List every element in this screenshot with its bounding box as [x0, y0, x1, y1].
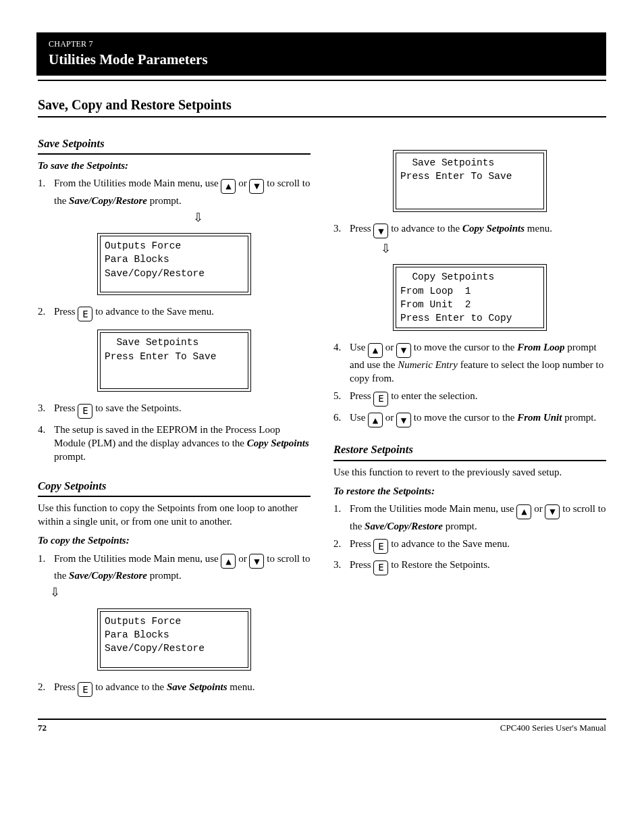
text: prompt.: [54, 451, 86, 462]
menu-item-name: Save Setpoints: [167, 681, 227, 692]
menu-item-name: From Unit: [517, 412, 562, 423]
step-number: 3.: [333, 558, 344, 575]
screen-line: From Loop 1: [400, 286, 471, 296]
left-column: Save Setpoints To save the Setpoints: 1.…: [38, 122, 311, 702]
step-number: 1.: [38, 552, 49, 583]
step-number: 3.: [38, 401, 49, 418]
text: From the Utilities mode Main menu, use: [54, 553, 221, 564]
enter-key-icon: E: [373, 539, 388, 554]
enter-key-icon: E: [373, 392, 388, 407]
text: Use: [350, 412, 368, 423]
step-number: 4.: [333, 340, 344, 385]
down-arrow-icon: ⇩: [381, 242, 391, 255]
text: or: [385, 412, 396, 423]
copy-step-4: 4. Use ▲ or ▼ to move the cursor to the …: [333, 340, 606, 385]
screen-line: Press Enter To Save: [105, 351, 216, 362]
save-step-2: 2. Press E to advance to the Save menu.: [38, 305, 311, 321]
step-number: 4.: [38, 423, 49, 464]
copy-step-1: 1. From the Utilities mode Main menu, us…: [38, 552, 311, 583]
text: prompt.: [150, 570, 182, 581]
screen-line: Para Blocks: [105, 629, 169, 640]
save-procedure-heading: To save the Setpoints:: [38, 159, 311, 172]
step-number: 2.: [38, 305, 49, 321]
screen-line: Save Setpoints: [105, 337, 198, 348]
lcd-screen: Copy Setpoints From Loop 1 From Unit 2 P…: [393, 264, 547, 331]
text: to advance to the: [391, 223, 462, 234]
text: to move the cursor to the: [414, 342, 517, 353]
down-key-icon: ▼: [396, 343, 411, 358]
screen-line: Copy Setpoints: [400, 271, 494, 282]
text: prompt.: [150, 195, 182, 206]
text: prompt.: [564, 412, 596, 423]
chapter-title: Utilities Mode Parameters: [49, 50, 594, 69]
restore-step-2: 2. Press E to advance to the Save menu.: [333, 537, 606, 554]
enter-key-icon: E: [373, 561, 388, 575]
step-number: 2.: [333, 537, 344, 554]
text: to advance to the Save menu.: [95, 306, 214, 317]
restore-intro: Use this function to revert to the previ…: [333, 465, 606, 479]
text: From the Utilities mode Main menu, use: [54, 178, 221, 188]
lcd-screen: Outputs Force Para Blocks Save/Copy/Rest…: [97, 608, 251, 671]
text: The setup is saved in the EEPROM in the …: [54, 424, 280, 448]
save-step-1: 1. From the Utilities mode Main menu, us…: [38, 176, 311, 207]
down-arrow-icon: ⇩: [193, 211, 203, 224]
text: menu.: [527, 223, 552, 234]
menu-item-name: Copy Setpoints: [462, 223, 525, 234]
text: prompt.: [446, 521, 477, 531]
step-number: 1.: [38, 176, 49, 207]
text: menu.: [230, 681, 254, 692]
menu-item-name: Save/Copy/Restore: [69, 570, 147, 581]
text: From the Utilities mode Main menu, use: [350, 503, 516, 514]
text: to Restore the Setpoints.: [391, 559, 490, 570]
page-number: 72: [38, 722, 47, 734]
text: or: [238, 178, 249, 188]
step-number: 1.: [333, 502, 344, 533]
text: Use: [350, 342, 368, 353]
down-key-icon: ▼: [373, 224, 388, 238]
lcd-screen: Outputs Force Para Blocks Save/Copy/Rest…: [97, 233, 251, 295]
text: to advance to the: [95, 681, 167, 692]
up-key-icon: ▲: [368, 413, 383, 427]
text: Press: [350, 559, 373, 570]
text: or: [238, 553, 249, 564]
copy-step-2: 2. Press E to advance to the Save Setpoi…: [38, 680, 311, 697]
copy-procedure-heading: To copy the Setpoints:: [38, 533, 311, 547]
save-step-4: 4. The setup is saved in the EEPROM in t…: [38, 423, 311, 464]
menu-item-name: Copy Setpoints: [247, 438, 309, 448]
chapter-header: CHAPTER 7 Utilities Mode Parameters: [36, 32, 606, 76]
screen-line: Press Enter to Copy: [400, 313, 512, 323]
down-key-icon: ▼: [396, 413, 411, 427]
screen-line: Save/Copy/Restore: [105, 643, 205, 654]
up-key-icon: ▲: [221, 554, 236, 569]
screen-line: Save Setpoints: [400, 157, 494, 168]
screen-line: From Unit 2: [400, 299, 471, 310]
text: or: [534, 503, 545, 514]
save-step-3: 3. Press E to save the Setpoints.: [38, 401, 311, 418]
restore-step-3: 3. Press E to Restore the Setpoints.: [333, 558, 606, 575]
text: Press: [350, 223, 373, 234]
down-key-icon: ▼: [249, 554, 264, 569]
header-rule: [38, 80, 606, 81]
text: Press: [54, 306, 78, 317]
copy-step-5: 5. Press E to enter the selection.: [333, 389, 606, 406]
doc-title: CPC400 Series User's Manual: [500, 722, 606, 734]
menu-item-name: Save/Copy/Restore: [365, 521, 443, 531]
section-save-title: Save Setpoints: [38, 136, 311, 155]
screen-line: Save/Copy/Restore: [105, 268, 205, 279]
text: to advance to the Save menu.: [391, 538, 510, 549]
copy-step-3: 3. Press ▼ to advance to the Copy Setpoi…: [333, 221, 606, 238]
screen-line: Para Blocks: [105, 254, 169, 265]
right-column: Save Setpoints Press Enter To Save 3. Pr…: [333, 122, 606, 702]
screen-line: Press Enter To Save: [400, 171, 512, 182]
screen-line: Outputs Force: [105, 240, 181, 251]
copy-step-6: 6. Use ▲ or ▼ to move the cursor to the …: [333, 411, 606, 427]
text: to enter the selection.: [391, 390, 477, 401]
down-key-icon: ▼: [249, 179, 264, 194]
screen-line: Outputs Force: [105, 616, 181, 627]
text: or: [385, 342, 396, 353]
down-arrow-icon: ⇩: [50, 586, 60, 598]
text: Press: [54, 681, 78, 692]
step-number: 2.: [38, 680, 49, 697]
text: Press: [350, 538, 373, 549]
section-copy-title: Copy Setpoints: [38, 479, 311, 497]
